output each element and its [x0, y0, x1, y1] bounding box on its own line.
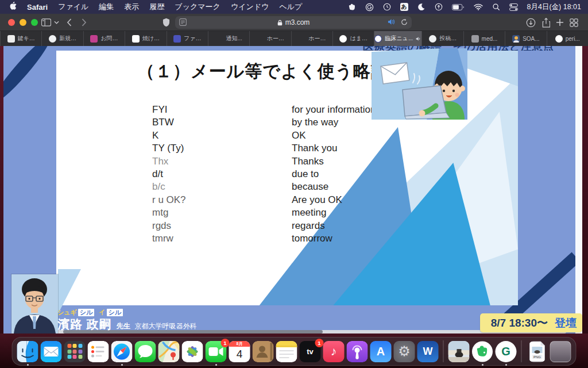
browser-tab[interactable]: ファ… — [167, 31, 208, 46]
sidebar-chevron-icon[interactable] — [54, 16, 59, 29]
new-tab-button[interactable] — [556, 16, 564, 29]
menu-item-help[interactable]: ヘルプ — [279, 2, 302, 12]
dock-messages-icon[interactable] — [135, 341, 156, 362]
dock-notes-icon[interactable] — [276, 341, 297, 362]
browser-tab[interactable]: ホー… — [291, 31, 332, 46]
dock-appstore-icon[interactable]: A — [370, 341, 392, 362]
tab-favicon — [339, 35, 347, 43]
decorative-ribbon — [0, 46, 55, 107]
evernote-status-icon[interactable] — [348, 3, 356, 11]
tab-audio-button[interactable] — [388, 18, 396, 27]
input-method-icon[interactable]: あ — [400, 3, 408, 11]
browser-tab[interactable]: ホー… — [249, 31, 291, 46]
control-center-icon[interactable] — [509, 3, 518, 11]
focus-moon-icon[interactable] — [417, 3, 425, 11]
dock-maps-icon[interactable] — [158, 341, 180, 362]
window-minimize-button[interactable] — [20, 19, 26, 26]
dock-finder-icon[interactable] — [17, 341, 38, 362]
dock-podcasts-icon[interactable] — [347, 341, 368, 362]
address-bar[interactable]: m3.com — [175, 16, 412, 29]
menu-item-view[interactable]: 表示 — [124, 2, 139, 12]
downloads-button[interactable] — [526, 16, 536, 29]
dock-appletv-icon[interactable]: 1 tv — [300, 341, 321, 362]
dock-settings-icon[interactable]: ⚙ — [394, 341, 415, 362]
menu-item-window[interactable]: ウインドウ — [231, 2, 269, 12]
browser-tab[interactable]: 焼け… — [125, 31, 166, 46]
abbreviation-item: rgds — [152, 220, 186, 232]
privacy-shield-icon[interactable] — [163, 16, 170, 29]
menu-item-file[interactable]: ファイル — [58, 2, 88, 12]
tab-label: 新規… — [59, 34, 76, 43]
browser-tab[interactable]: はま… — [332, 31, 374, 46]
appletv-label: tv — [307, 347, 314, 356]
dock-image-preview-icon[interactable] — [448, 341, 470, 362]
back-button[interactable] — [67, 16, 72, 29]
dock-grammarly-icon[interactable]: G — [496, 341, 517, 362]
dock-reminders-icon[interactable] — [88, 341, 109, 362]
word-letter: W — [423, 346, 433, 358]
battery-icon[interactable] — [452, 4, 465, 10]
window-zoom-button[interactable] — [31, 19, 38, 26]
menu-item-history[interactable]: 履歴 — [149, 2, 164, 12]
menu-clock[interactable]: 8月4日(金) 18:01 — [527, 2, 581, 12]
tab-label: 通知... — [226, 34, 242, 43]
tab-overview-button[interactable] — [570, 16, 578, 29]
browser-tab[interactable]: 投稿… — [421, 31, 463, 46]
speaker-tag: シュギ シル — [57, 308, 94, 317]
dock-word-icon[interactable]: W — [417, 341, 439, 362]
tab-favicon — [298, 35, 305, 43]
browser-tab[interactable]: 鍵キ… — [0, 31, 41, 46]
macos-desktop: Safari ファイル 編集 表示 履歴 ブックマーク ウインドウ ヘルプ あ — [0, 0, 588, 368]
dock-launchpad-icon[interactable] — [64, 341, 86, 362]
browser-tab[interactable]: 通知... — [208, 31, 249, 46]
tab-favicon — [90, 35, 98, 43]
speaker-name-row: 濱路 政嗣 先生 京都大学呼吸器外科 — [57, 316, 197, 332]
dock-calendar-icon[interactable]: 8月 4 — [229, 341, 250, 362]
circled-arrow-icon[interactable] — [435, 3, 443, 11]
wifi-icon[interactable] — [474, 3, 483, 10]
lock-icon — [277, 20, 283, 26]
meaning-item: regards — [292, 220, 376, 232]
dock-mail-icon[interactable] — [41, 341, 62, 362]
menu-item-edit[interactable]: 編集 — [99, 2, 114, 12]
meaning-item: OK — [292, 129, 376, 142]
window-close-button[interactable] — [8, 19, 15, 26]
sidebar-toggle-button[interactable] — [41, 16, 51, 29]
reload-button[interactable] — [401, 18, 408, 28]
tab-audio-icon[interactable] — [416, 36, 421, 41]
menu-item-bookmarks[interactable]: ブックマーク — [175, 2, 220, 12]
browser-tab[interactable]: SOA... — [505, 31, 546, 46]
dock-png-file-icon[interactable]: PNG — [527, 341, 548, 362]
dock-music-icon[interactable]: ♪ — [323, 341, 345, 362]
dock-facetime-icon[interactable]: 1 — [206, 341, 227, 362]
browser-tab[interactable]: 臨床ニュ… — [374, 31, 421, 46]
apple-menu-icon[interactable] — [9, 2, 17, 12]
grammarly-status-icon[interactable] — [365, 3, 374, 12]
dock-photos-icon[interactable] — [182, 341, 203, 362]
browser-tab[interactable]: 新規… — [41, 31, 83, 46]
spotlight-search-icon[interactable] — [492, 3, 500, 11]
share-button[interactable] — [542, 16, 550, 29]
tab-label: お問… — [100, 34, 118, 43]
dock-safari-icon[interactable] — [111, 341, 133, 362]
menu-app-name[interactable]: Safari — [27, 3, 48, 12]
meaning-item: because — [292, 181, 376, 193]
abbreviation-item: b/c — [152, 181, 186, 193]
browser-tab[interactable]: peri... — [547, 31, 588, 46]
calendar-month: 8月 — [229, 341, 250, 347]
abbreviation-column: FYIBTWKTY (Ty)Thxd/tb/cr u OK?mtgrgdstmr… — [152, 103, 186, 245]
tab-label: ホー… — [308, 34, 326, 43]
dock-trash-icon[interactable] — [550, 341, 571, 362]
browser-tab[interactable]: お問… — [83, 31, 125, 46]
forward-button[interactable] — [82, 16, 87, 29]
reader-view-icon[interactable] — [179, 18, 187, 28]
appstore-glyph: A — [377, 345, 385, 358]
meaning-item: meeting — [292, 206, 376, 219]
browser-tab[interactable]: med... — [463, 31, 505, 46]
tab-label: peri... — [566, 36, 580, 42]
dock-contacts-icon[interactable] — [253, 341, 274, 362]
dock-evernote-icon[interactable] — [472, 341, 493, 362]
speaker-tags: シュギ シル イ シル — [57, 308, 123, 316]
clock-status-icon[interactable] — [383, 3, 391, 11]
tab-label: はま… — [350, 34, 367, 43]
